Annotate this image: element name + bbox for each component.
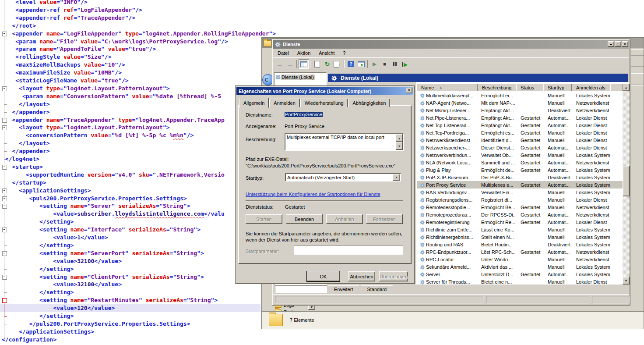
tab-erweitert[interactable]: Erweitert: [328, 285, 359, 293]
code-line[interactable]: <appender name="TraceAppender" type="log…: [0, 116, 260, 124]
beschreibung-textbox[interactable]: Multiplexes external TCP/IP data on loca…: [285, 133, 404, 151]
code-line[interactable]: <param name="File" value="C:\work\logs\P…: [0, 38, 260, 46]
services-titlebar[interactable]: Dienste: [273, 40, 629, 49]
service-row[interactable]: Netzwerkverbindun...Verwaltet Ob...Gesta…: [417, 151, 623, 159]
service-row[interactable]: RPC-LocatorUnter Windo...ManuellNetzwerk…: [417, 256, 623, 263]
service-properties-dialog[interactable]: Eigenschaften von Port Proxy Service (Lo…: [235, 85, 415, 284]
code-line[interactable]: <param name="AppendToFile" value="true"/…: [0, 45, 260, 53]
fold-toggle-icon[interactable]: [2, 189, 7, 193]
service-row[interactable]: Port Proxy ServiceMultiplexes e...Gestar…: [417, 181, 623, 189]
menu-datei[interactable]: Datei: [278, 50, 289, 56]
tab-abhängigkeiten[interactable]: Abhängigkeiten: [348, 99, 391, 107]
column-header-status[interactable]: Status: [516, 84, 543, 91]
code-line[interactable]: <value>1</value>: [0, 234, 260, 242]
service-row[interactable]: Richtlinie zum Entfe...Lässt eine Ko...M…: [417, 226, 623, 233]
code-line[interactable]: <conversionPattern value="%d [%t] %-5p %…: [0, 132, 260, 139]
code-line[interactable]: </layout>: [0, 139, 260, 147]
service-row[interactable]: NAP-Agent (Netwo...Mit dem NAP-...Manuel…: [417, 99, 623, 107]
startparameter-input[interactable]: [294, 245, 403, 255]
service-row[interactable]: NetzwerklistendienstIdentifiziert d...Ge…: [417, 136, 623, 144]
service-row[interactable]: Routing und RASBietet Routin...Deaktivie…: [417, 241, 623, 248]
code-line[interactable]: <startup>: [0, 163, 260, 171]
properties-icon[interactable]: [312, 59, 322, 69]
pause-service-icon[interactable]: [390, 59, 400, 69]
window-play-icon[interactable]: ▶: [356, 59, 366, 69]
fold-toggle-icon[interactable]: [2, 251, 7, 256]
minimize-icon[interactable]: –: [608, 41, 614, 47]
code-line[interactable]: <appender name="LogFileAppender" type="l…: [0, 30, 260, 38]
fold-toggle-icon[interactable]: [2, 204, 7, 209]
code-line[interactable]: </puls200.PortProxyService.Properties.Se…: [0, 320, 260, 328]
column-header-anmelden-als[interactable]: Anmelden als: [572, 84, 610, 91]
column-header-starttyp[interactable]: Starttyp: [543, 84, 572, 91]
fold-toggle-icon[interactable]: [2, 275, 7, 280]
code-line[interactable]: </startup>: [0, 179, 260, 187]
column-header-name[interactable]: Name ▲: [417, 84, 478, 91]
code-line[interactable]: </root>: [0, 22, 260, 30]
fold-toggle-icon[interactable]: [2, 298, 7, 303]
beenden-button[interactable]: Beenden: [286, 214, 323, 224]
code-line[interactable]: </setting>: [0, 242, 260, 249]
code-line[interactable]: <setting name="ClientPort" serializeAs="…: [0, 273, 260, 281]
tab-anmelden[interactable]: Anmelden: [269, 99, 300, 107]
fold-toggle-icon[interactable]: [2, 32, 7, 36]
tab-standard[interactable]: Standard: [361, 285, 393, 293]
startoptions-help-link[interactable]: Unterstützung beim Konfigurieren der Sta…: [246, 192, 380, 197]
column-header-beschreibung[interactable]: Beschreibung: [478, 84, 516, 91]
forward-icon[interactable]: →: [285, 59, 295, 69]
export-list-icon[interactable]: →: [332, 59, 342, 69]
vertical-scrollbar[interactable]: ▲ ▼: [623, 84, 630, 285]
code-line[interactable]: </setting>: [0, 288, 260, 296]
code-line[interactable]: <param name="ConversionPattern" value="%…: [0, 92, 260, 100]
scroll-down-button[interactable]: ▼: [396, 142, 403, 150]
fold-toggle-icon[interactable]: [2, 86, 7, 91]
service-row[interactable]: Richtlinienergebniss...Stellt einen N...…: [417, 233, 623, 241]
service-row[interactable]: RemoteregistrierungErmöglicht Re...Gesta…: [417, 218, 623, 226]
service-row[interactable]: Remoteprozedurau...Der RPCSS-Di...Gestar…: [417, 211, 623, 218]
service-row[interactable]: NLA (Network Loca...Sammelt und ...Gesta…: [417, 159, 623, 166]
code-line[interactable]: </appender>: [0, 108, 260, 116]
close-icon[interactable]: ×: [622, 41, 628, 47]
restart-service-icon[interactable]: ▶: [400, 59, 410, 69]
scroll-down-button[interactable]: ▼: [623, 277, 630, 285]
scroll-up-button[interactable]: ▲: [396, 134, 403, 142]
code-line[interactable]: <value>32100</value>: [0, 257, 260, 265]
service-row[interactable]: Registrierungsdiens...Registriert di...M…: [417, 196, 623, 203]
service-row[interactable]: RAS-Verbindungsv...Verwaltet Ein...Manue…: [417, 189, 623, 196]
code-line[interactable]: <level value="INFO"/>: [0, 0, 260, 6]
code-line[interactable]: </applicationSettings>: [0, 328, 260, 336]
code-line[interactable]: </appender>: [0, 147, 260, 155]
service-row[interactable]: ServerUnterstützt D...GestartetAutomat..…: [417, 270, 623, 278]
value-anzeigename[interactable]: Port Proxy Service: [285, 124, 324, 129]
code-line[interactable]: <layout type="log4net.Layout.PatternLayo…: [0, 85, 260, 92]
code-line[interactable]: <layout type="log4net.Layout.PatternLayo…: [0, 124, 260, 132]
service-row[interactable]: PnP-X-IP-Busenum...Der PnP-X-Bu...Deakti…: [417, 174, 623, 181]
service-row[interactable]: Net.Tcp-Portfreiga...Ermöglicht es...Ges…: [417, 129, 623, 136]
code-line[interactable]: <appender-ref ref="LogFileAppender"/>: [0, 6, 260, 14]
close-icon[interactable]: ×: [406, 88, 412, 93]
back-icon[interactable]: ←: [275, 59, 285, 69]
service-row[interactable]: RPC-Endpunktzuor...Löst RPC-Sch...Gestar…: [417, 248, 623, 256]
abbrechen-button[interactable]: Abbrechen: [348, 271, 375, 281]
fold-toggle-icon[interactable]: [2, 228, 7, 232]
services-list[interactable]: Name ▲BeschreibungStatusStarttypAnmelden…: [416, 82, 630, 285]
show-console-tree-icon[interactable]: [299, 59, 309, 69]
code-line[interactable]: </configuration>: [0, 336, 260, 344]
code-line[interactable]: <value>32100</value>: [0, 281, 260, 288]
service-row[interactable]: Server für Threads...Bietet eine n...Man…: [417, 278, 623, 285]
code-line[interactable]: <appender-ref ref="TraceAppender"/>: [0, 14, 260, 22]
service-row[interactable]: Netzwerkspeicher-...Dieser Dienst...Gest…: [417, 144, 623, 151]
starttyp-combobox[interactable]: Automatisch (Verzögerter Start) ▼: [285, 173, 401, 181]
service-row[interactable]: Remotedesktopdie...Ermöglicht Be...Gesta…: [417, 203, 623, 211]
code-line[interactable]: <supportedRuntime version="v4.0" sku=".N…: [0, 171, 260, 179]
tab-allgemein[interactable]: Allgemein: [239, 98, 269, 108]
code-line[interactable]: <setting name="Interface" serializeAs="S…: [0, 226, 260, 234]
dialog-titlebar[interactable]: Eigenschaften von Port Proxy Service (Lo…: [236, 87, 413, 95]
code-line[interactable]: <setting name="ServerPort" serializeAs="…: [0, 249, 260, 257]
code-line[interactable]: </setting>: [0, 265, 260, 273]
service-row[interactable]: Multimediaklassenpl...Ermöglicht ei...Ma…: [417, 92, 623, 99]
service-row[interactable]: Sekundäre Anmeld...Aktiviert das ...Manu…: [417, 263, 623, 270]
code-line[interactable]: </layout>: [0, 100, 260, 108]
service-row[interactable]: Net.Tcp-Listenerad...Empfängt Akt...Gest…: [417, 121, 623, 129]
service-row[interactable]: Plug & PlayErmöglicht de...GestartetAuto…: [417, 166, 623, 174]
